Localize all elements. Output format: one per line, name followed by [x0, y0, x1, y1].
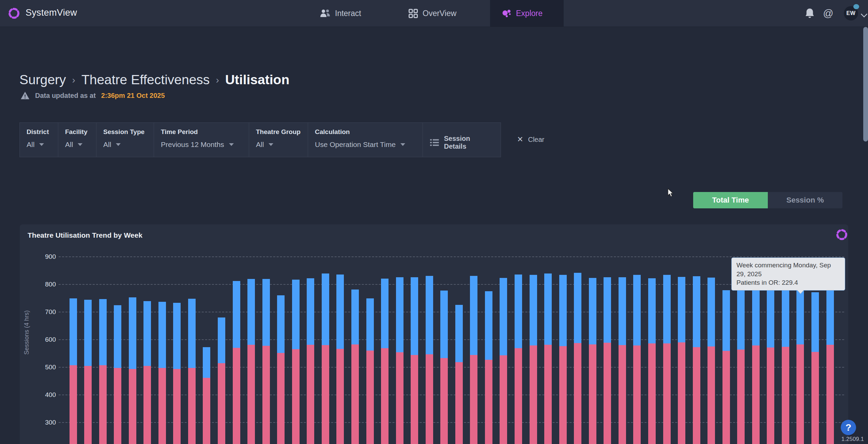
bar-week-49-lower-segment[interactable]	[782, 347, 789, 444]
session-details-button[interactable]: Session Details	[423, 123, 500, 157]
bar-week-18-lower-segment[interactable]	[322, 345, 329, 444]
bar-week-23-lower-segment[interactable]	[396, 352, 403, 444]
bar-week-25-lower-segment[interactable]	[426, 354, 433, 444]
bar-week-26-lower-segment[interactable]	[440, 358, 448, 444]
bar-week-51-lower-segment[interactable]	[811, 352, 819, 444]
bar-week-19-patients-in-or-segment[interactable]	[336, 275, 344, 349]
user-menu-chevron-down-icon[interactable]	[861, 11, 867, 17]
bar-week-27-patients-in-or-segment[interactable]	[455, 305, 463, 362]
bar-week-17-lower-segment[interactable]	[307, 345, 314, 444]
bar-week-31-lower-segment[interactable]	[515, 348, 522, 444]
bar-week-50-lower-segment[interactable]	[796, 344, 804, 444]
bar-week-17-patients-in-or-segment[interactable]	[307, 278, 314, 344]
bar-week-2-lower-segment[interactable]	[84, 366, 92, 444]
bar-week-34-lower-segment[interactable]	[559, 346, 567, 444]
bar-week-29-lower-segment[interactable]	[485, 360, 492, 444]
bar-week-21-lower-segment[interactable]	[366, 351, 374, 444]
bar-week-36-patients-in-or-segment[interactable]	[589, 278, 596, 344]
bar-week-3-lower-segment[interactable]	[99, 365, 107, 444]
bar-week-6-lower-segment[interactable]	[143, 366, 151, 444]
bar-week-40-lower-segment[interactable]	[648, 343, 656, 444]
bar-week-5-lower-segment[interactable]	[129, 369, 136, 444]
bar-week-28-patients-in-or-segment[interactable]	[470, 276, 477, 355]
breadcrumb-theatre-effectiveness[interactable]: Theatre Effectiveness	[81, 72, 210, 87]
bar-week-7-patients-in-or-segment[interactable]	[158, 302, 166, 368]
bar-week-21-patients-in-or-segment[interactable]	[366, 298, 374, 350]
bar-week-30-patients-in-or-segment[interactable]	[500, 278, 507, 356]
bar-week-6-patients-in-or-segment[interactable]	[143, 301, 151, 366]
bar-week-1-patients-in-or-segment[interactable]	[70, 298, 77, 365]
bar-week-10-lower-segment[interactable]	[203, 378, 210, 444]
bar-week-40-patients-in-or-segment[interactable]	[648, 278, 656, 343]
bar-week-33-patients-in-or-segment[interactable]	[544, 273, 552, 345]
bar-week-42-patients-in-or-segment[interactable]	[678, 277, 685, 342]
filter-theatre-group-dropdown[interactable]: All	[256, 140, 302, 149]
bar-week-33-lower-segment[interactable]	[544, 345, 552, 444]
bar-week-4-lower-segment[interactable]	[114, 368, 121, 444]
bar-week-20-patients-in-or-segment[interactable]	[351, 290, 359, 344]
bar-week-26-patients-in-or-segment[interactable]	[440, 291, 448, 358]
bar-week-36-lower-segment[interactable]	[589, 344, 596, 444]
bar-week-41-lower-segment[interactable]	[663, 343, 671, 444]
filter-facility-dropdown[interactable]: All	[65, 140, 90, 149]
bar-week-39-patients-in-or-segment[interactable]	[633, 275, 641, 345]
bar-week-42-lower-segment[interactable]	[678, 342, 685, 444]
bar-week-10-patients-in-or-segment[interactable]	[203, 347, 210, 378]
bar-week-16-patients-in-or-segment[interactable]	[292, 280, 300, 349]
bar-week-37-lower-segment[interactable]	[604, 343, 611, 444]
bar-week-11-lower-segment[interactable]	[218, 363, 225, 444]
bar-week-24-patients-in-or-segment[interactable]	[411, 277, 418, 355]
toggle-session-percent[interactable]: Session %	[768, 192, 842, 208]
bar-week-31-patients-in-or-segment[interactable]	[515, 275, 522, 348]
filter-time-period-dropdown[interactable]: Previous 12 Months	[161, 140, 243, 149]
bar-week-15-lower-segment[interactable]	[277, 353, 285, 444]
breadcrumb-surgery[interactable]: Surgery	[19, 72, 66, 87]
bar-week-5-patients-in-or-segment[interactable]	[129, 297, 136, 369]
notifications-button[interactable]	[804, 0, 815, 27]
bar-week-48-lower-segment[interactable]	[767, 347, 774, 444]
tab-interact[interactable]: Interact	[308, 0, 373, 27]
bar-week-44-lower-segment[interactable]	[707, 346, 715, 444]
bar-week-46-lower-segment[interactable]	[737, 350, 745, 444]
tab-explore-active[interactable]: Explore	[490, 0, 564, 27]
bar-week-4-patients-in-or-segment[interactable]	[114, 305, 121, 368]
bar-week-45-lower-segment[interactable]	[722, 351, 730, 444]
bar-week-38-patients-in-or-segment[interactable]	[619, 277, 626, 345]
bar-week-34-patients-in-or-segment[interactable]	[559, 275, 567, 346]
bar-week-37-patients-in-or-segment[interactable]	[604, 277, 611, 343]
bar-week-1-lower-segment[interactable]	[70, 365, 77, 444]
help-button[interactable]: ?	[841, 420, 856, 435]
bar-week-47-lower-segment[interactable]	[752, 345, 760, 444]
bar-week-20-lower-segment[interactable]	[351, 344, 359, 444]
bar-week-22-lower-segment[interactable]	[381, 348, 389, 444]
clear-filters-button[interactable]: ✕ Clear	[517, 122, 544, 157]
vertical-scrollbar-thumb[interactable]	[863, 27, 868, 142]
filter-calculation-dropdown[interactable]: Use Operation Start Time	[315, 140, 416, 149]
bar-week-25-patients-in-or-segment[interactable]	[426, 276, 433, 354]
bar-week-44-patients-in-or-segment[interactable]	[707, 278, 715, 347]
bar-week-8-lower-segment[interactable]	[173, 369, 181, 444]
filter-district-dropdown[interactable]: All	[27, 140, 52, 149]
bar-week-11-patients-in-or-segment[interactable]	[218, 317, 225, 363]
bar-week-2-patients-in-or-segment[interactable]	[84, 300, 92, 366]
bar-week-13-patients-in-or-segment[interactable]	[247, 279, 255, 345]
bar-week-29-patients-in-or-segment[interactable]	[485, 291, 492, 360]
bar-week-32-lower-segment[interactable]	[530, 345, 537, 444]
toggle-total-time[interactable]: Total Time	[693, 192, 768, 208]
bar-week-8-patients-in-or-segment[interactable]	[173, 303, 181, 369]
bar-week-7-lower-segment[interactable]	[158, 368, 166, 444]
mentions-button[interactable]: @	[823, 0, 833, 27]
bar-week-14-lower-segment[interactable]	[262, 346, 270, 444]
bar-week-27-lower-segment[interactable]	[455, 362, 463, 444]
tab-overview[interactable]: OverView	[397, 0, 468, 27]
bar-week-30-lower-segment[interactable]	[500, 355, 507, 444]
bar-week-12-lower-segment[interactable]	[233, 348, 240, 444]
bar-week-3-patients-in-or-segment[interactable]	[99, 299, 107, 365]
bar-week-18-patients-in-or-segment[interactable]	[322, 273, 329, 345]
bar-week-32-patients-in-or-segment[interactable]	[530, 275, 537, 345]
bar-week-24-lower-segment[interactable]	[411, 355, 418, 444]
bar-week-39-lower-segment[interactable]	[633, 345, 641, 444]
bar-week-15-patients-in-or-segment[interactable]	[277, 295, 285, 353]
bar-week-51-patients-in-or-segment[interactable]	[811, 292, 819, 352]
bar-week-9-patients-in-or-segment[interactable]	[188, 299, 196, 368]
